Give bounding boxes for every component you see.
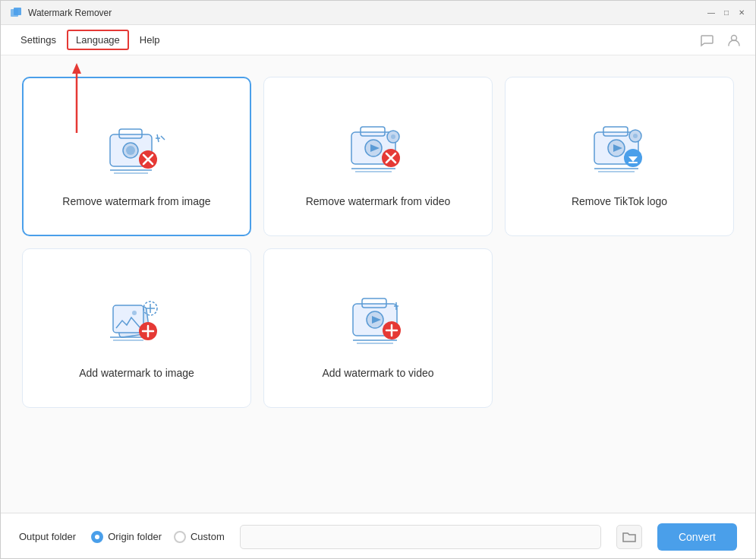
user-icon[interactable] <box>725 31 743 49</box>
menu-bar-right <box>698 31 743 49</box>
card-add-image[interactable]: Add watermark to image <box>22 248 251 408</box>
svg-line-15 <box>157 134 159 142</box>
card-remove-image-label: Remove watermark from image <box>62 195 210 207</box>
svg-point-38 <box>633 134 638 138</box>
card-remove-tiktok[interactable]: Remove TikTok logo <box>505 77 734 236</box>
radio-group: Origin folder Custom <box>91 531 225 543</box>
card-add-image-label: Add watermark to image <box>79 367 194 379</box>
maximize-button[interactable]: □ <box>722 8 731 17</box>
card-remove-video-icon-area <box>332 112 424 180</box>
card-remove-tiktok-icon-area <box>574 112 665 180</box>
remove-tiktok-icon <box>578 115 661 176</box>
menu-bar: Settings Language Help <box>1 25 755 55</box>
card-add-video[interactable]: Add watermark to video <box>263 248 493 408</box>
menu-item-help[interactable]: Help <box>132 31 168 49</box>
card-remove-tiktok-label: Remove TikTok logo <box>572 195 667 207</box>
radio-origin-circle <box>91 531 103 543</box>
folder-button[interactable] <box>616 525 642 549</box>
add-image-icon <box>95 287 178 348</box>
card-add-image-icon-area <box>91 283 182 352</box>
close-button[interactable]: ✕ <box>737 8 746 17</box>
minimize-button[interactable]: — <box>707 8 716 17</box>
path-input[interactable] <box>240 525 601 549</box>
svg-rect-40 <box>113 305 143 333</box>
svg-point-27 <box>391 134 395 139</box>
radio-origin[interactable]: Origin folder <box>91 531 162 543</box>
card-add-video-icon-area <box>332 283 424 352</box>
svg-point-41 <box>132 311 137 315</box>
add-video-icon <box>336 287 420 348</box>
bottom-bar: Output folder Origin folder Custom Conve… <box>1 513 755 559</box>
remove-image-icon <box>95 115 178 176</box>
radio-custom[interactable]: Custom <box>174 531 225 543</box>
title-bar-left: Watermark Remover <box>10 7 112 19</box>
menu-items: Settings Language Help <box>13 30 168 50</box>
card-remove-image-icon-area <box>91 112 182 180</box>
card-remove-video[interactable]: Remove watermark from video <box>263 77 493 236</box>
app-icon <box>10 7 22 19</box>
title-bar-controls: — □ ✕ <box>707 8 746 17</box>
svg-rect-1 <box>14 8 21 15</box>
card-remove-video-label: Remove watermark from video <box>306 195 451 207</box>
radio-origin-label: Origin folder <box>108 531 162 542</box>
comment-icon[interactable] <box>698 31 716 49</box>
output-folder-label: Output folder <box>19 531 76 542</box>
title-bar: Watermark Remover — □ ✕ <box>1 1 755 25</box>
convert-button[interactable]: Convert <box>657 523 737 551</box>
svg-line-16 <box>161 136 165 140</box>
menu-item-settings[interactable]: Settings <box>13 31 64 49</box>
cards-grid: Remove watermark from image <box>22 69 734 415</box>
remove-video-icon <box>336 115 420 176</box>
svg-point-8 <box>126 146 135 155</box>
radio-custom-label: Custom <box>191 531 225 542</box>
app-title: Watermark Remover <box>28 8 112 18</box>
menu-item-language[interactable]: Language <box>67 30 129 50</box>
card-add-video-label: Add watermark to video <box>322 367 433 379</box>
card-remove-image[interactable]: Remove watermark from image <box>22 77 251 236</box>
radio-custom-circle <box>174 531 186 543</box>
